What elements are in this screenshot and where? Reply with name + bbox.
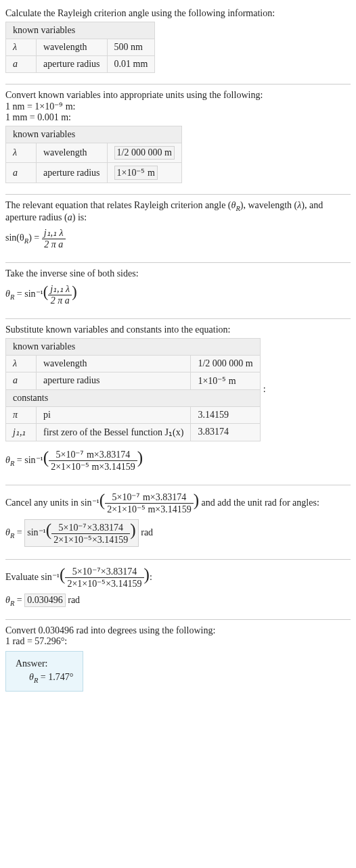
intro-text: Calculate the Rayleigh criterion angle u… xyxy=(5,8,351,19)
table-row: a aperture radius 0.01 mm xyxy=(6,56,155,73)
fraction: 5×10⁻⁷×3.831742×1×10⁻⁵×3.14159 xyxy=(65,566,143,589)
symbol-cell: a xyxy=(6,163,37,183)
table-row: λ wavelength 1/2 000 000 m xyxy=(6,143,182,163)
symbol-cell: j₁,₁ xyxy=(6,423,37,441)
fraction: 5×10⁻⁷ m×3.831742×1×10⁻⁵ m×3.14159 xyxy=(49,449,137,473)
table-row: λ wavelength 500 nm xyxy=(6,39,155,56)
table-row: λ wavelength 1/2 000 000 m xyxy=(6,355,261,372)
table-header: constants xyxy=(6,389,261,406)
highlight-box: 1/2 000 000 m xyxy=(114,146,175,160)
value-cell: 0.01 mm xyxy=(107,56,155,73)
answer-label: Answer: xyxy=(16,658,73,669)
table-header: known variables xyxy=(6,22,155,39)
value-cell: 1/2 000 000 m xyxy=(107,143,181,163)
step-title: Convert 0.030496 rad into degrees using … xyxy=(5,625,351,636)
section-convert-units: Convert known variables into appropriate… xyxy=(5,85,351,195)
symbol-cell: λ xyxy=(6,355,37,372)
step-title: Substitute known variables and constants… xyxy=(5,324,351,335)
conversion-line-1: 1 nm = 1×10⁻⁹ m: xyxy=(5,101,351,112)
equation-formula: sin(θR) = j₁,₁ λ2 π a xyxy=(5,227,351,250)
step-title: Evaluate sin⁻¹(5×10⁻⁷×3.831742×1×10⁻⁵×3.… xyxy=(5,565,351,589)
equation-intro: The relevant equation that relates Rayle… xyxy=(5,200,351,223)
symbol-cell: a xyxy=(6,56,37,73)
inverse-sine-formula: θR = sin⁻¹(j₁,₁ λ2 π a) xyxy=(5,283,351,306)
section-equation: The relevant equation that relates Rayle… xyxy=(5,195,351,263)
fraction: j₁,₁ λ2 π a xyxy=(42,227,66,250)
conversion-line: 1 rad = 57.296°: xyxy=(5,636,351,647)
known-variables-table-1: known variables λ wavelength 500 nm a ap… xyxy=(5,22,155,73)
highlight-box: 0.030496 xyxy=(24,594,66,607)
result-formula: θR = sin⁻¹(5×10⁻⁷×3.831742×1×10⁻⁵×3.1415… xyxy=(5,519,351,546)
name-cell: first zero of the Bessel function J₁(x) xyxy=(37,423,191,441)
symbol-cell: λ xyxy=(6,39,37,56)
section-final: Convert 0.030496 rad into degrees using … xyxy=(5,620,351,700)
table-header: known variables xyxy=(6,126,182,143)
value-cell: 500 nm xyxy=(107,39,155,56)
table-header: known variables xyxy=(6,338,261,355)
table-row: a aperture radius 1×10⁻⁵ m xyxy=(6,372,261,389)
name-cell: wavelength xyxy=(37,143,108,163)
value-cell: 1×10⁻⁵ m xyxy=(191,372,260,389)
convert-title: Convert known variables into appropriate… xyxy=(5,90,351,101)
table-row: π pi 3.14159 xyxy=(6,406,261,423)
known-variables-table-2: known variables λ wavelength 1/2 000 000… xyxy=(5,126,182,183)
name-cell: wavelength xyxy=(37,39,108,56)
substituted-formula: θR = sin⁻¹(5×10⁻⁷ m×3.831742×1×10⁻⁵ m×3.… xyxy=(5,448,351,473)
value-cell: 3.83174 xyxy=(191,423,260,441)
name-cell: aperture radius xyxy=(37,372,191,389)
symbol-cell: a xyxy=(6,372,37,389)
name-cell: pi xyxy=(37,406,191,423)
colon: : xyxy=(263,384,266,395)
known-and-constants-table: known variables λ wavelength 1/2 000 000… xyxy=(5,338,261,441)
name-cell: aperture radius xyxy=(37,163,108,183)
step-title: Cancel any units in sin⁻¹(5×10⁻⁷ m×3.831… xyxy=(5,491,351,515)
section-evaluate: Evaluate sin⁻¹(5×10⁻⁷×3.831742×1×10⁻⁵×3.… xyxy=(5,560,351,620)
fraction: 5×10⁻⁷×3.831742×1×10⁻⁵×3.14159 xyxy=(51,522,130,546)
name-cell: wavelength xyxy=(37,355,191,372)
section-substitute: Substitute known variables and constants… xyxy=(5,319,351,485)
symbol-cell: λ xyxy=(6,143,37,163)
symbol-cell: π xyxy=(6,406,37,423)
section-inverse-sine: Take the inverse sine of both sides: θR … xyxy=(5,263,351,319)
name-cell: aperture radius xyxy=(37,56,108,73)
fraction: 5×10⁻⁷ m×3.831742×1×10⁻⁵ m×3.14159 xyxy=(105,491,194,515)
step-title: Take the inverse sine of both sides: xyxy=(5,268,351,279)
highlight-box: 1×10⁻⁵ m xyxy=(114,166,158,180)
section-cancel-units: Cancel any units in sin⁻¹(5×10⁻⁷ m×3.831… xyxy=(5,485,351,560)
value-cell: 1×10⁻⁵ m xyxy=(107,163,181,183)
conversion-line-2: 1 mm = 0.001 m: xyxy=(5,112,351,123)
table-row: j₁,₁ first zero of the Bessel function J… xyxy=(6,423,261,441)
value-cell: 1/2 000 000 m xyxy=(191,355,260,372)
fraction: j₁,₁ λ2 π a xyxy=(48,283,72,306)
evaluated-formula: θR = 0.030496 rad xyxy=(5,594,351,607)
final-answer: θR = 1.747° xyxy=(29,672,73,684)
value-cell: 3.14159 xyxy=(191,406,260,423)
highlight-box: sin⁻¹(5×10⁻⁷×3.831742×1×10⁻⁵×3.14159) xyxy=(24,519,139,546)
answer-box: Answer: θR = 1.747° xyxy=(5,651,83,692)
table-row: a aperture radius 1×10⁻⁵ m xyxy=(6,163,182,183)
section-intro: Calculate the Rayleigh criterion angle u… xyxy=(5,3,351,85)
